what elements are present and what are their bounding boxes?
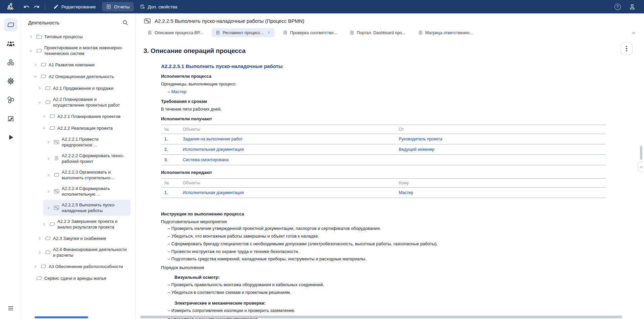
- transfer-label: Исполнители передают: [161, 170, 605, 175]
- transfer-table: №ОбъектыКому1.Исполнительная документаци…: [161, 178, 605, 198]
- table-cell[interactable]: Мастер: [395, 188, 605, 198]
- process-icon: [44, 99, 51, 106]
- tab-0[interactable]: Описание процесса BP...: [144, 28, 207, 37]
- rail-button-helm-icon[interactable]: [4, 74, 17, 88]
- chevron-down-icon[interactable]: [37, 100, 42, 105]
- instruction-dash: – Проверить наличие утвержденной проектн…: [161, 226, 605, 232]
- tree-item[interactable]: А2.2.2.2 Сформировать техно-рабочий прое…: [43, 150, 130, 167]
- topbar-menu: Редактирование Отчеты Доп. свойства: [49, 2, 181, 11]
- menu-item-2[interactable]: Доп. свойства: [136, 2, 181, 11]
- tree-item[interactable]: А2.2.2.4 Сформировать исполнительную ...: [43, 183, 130, 199]
- chevron-right-icon[interactable]: [41, 221, 47, 227]
- tab-label: Регламент процесс...: [223, 30, 264, 35]
- tree-item[interactable]: А3 Обеспечение работоспособности: [30, 261, 130, 272]
- rocket-launch-icon: [7, 115, 15, 123]
- table-row: 1.Исполнительная документацияМастер: [161, 188, 605, 198]
- chevron-right-icon[interactable]: [33, 264, 38, 269]
- rail-button-menu-icon[interactable]: [4, 302, 17, 315]
- chevron-right-icon[interactable]: [37, 250, 42, 255]
- chevron-down-icon[interactable]: [41, 125, 47, 131]
- pencil-icon: [53, 4, 59, 9]
- tree-panel-title: Деятельность: [28, 20, 59, 25]
- rail-button-play-icon[interactable]: [4, 131, 17, 144]
- table-cell[interactable]: Исполнительная документация: [179, 188, 395, 198]
- instruction-dash: – Провести инструктаж по охране труда и …: [161, 249, 605, 255]
- rail-button-rocket-launch-icon[interactable]: [4, 112, 17, 125]
- chevron-down-icon[interactable]: [28, 48, 34, 53]
- chevron-right-icon[interactable]: [46, 189, 51, 194]
- redo-button[interactable]: [32, 2, 42, 12]
- tree-item[interactable]: А2.2 Планирование и осуществление проект…: [34, 94, 130, 110]
- rail-button-org-structure-icon[interactable]: [4, 37, 17, 50]
- chevron-right-icon[interactable]: [28, 34, 34, 39]
- vertical-scrollbar[interactable]: [640, 146, 642, 160]
- document-icon: [283, 30, 287, 35]
- tree-item[interactable]: А2.2.2 Реализация проекта: [39, 122, 130, 134]
- app-logo[interactable]: [0, 2, 21, 11]
- tree-horizontal-scrollbar[interactable]: [35, 316, 88, 318]
- table-cell[interactable]: Система смонтирована: [179, 155, 395, 165]
- rail-button-molecule-icon[interactable]: [4, 56, 17, 69]
- menu-item-1[interactable]: Отчеты: [102, 2, 134, 11]
- chevron-down-icon[interactable]: [33, 74, 38, 79]
- chevron-right-icon[interactable]: [41, 114, 47, 119]
- chevron-right-icon[interactable]: [37, 236, 42, 241]
- tree-item[interactable]: А2.2.2.3 Организовать и выполнить строит…: [43, 167, 130, 183]
- table-cell[interactable]: Исполнительная документация: [179, 144, 395, 155]
- table-cell[interactable]: Руководитель проекта: [395, 134, 605, 144]
- redo-icon: [34, 4, 40, 10]
- tree-item[interactable]: А2.1 Продвижение и продажи: [34, 82, 130, 94]
- help-button[interactable]: ?: [612, 2, 623, 12]
- user-button[interactable]: [627, 2, 637, 12]
- rail-button-process-icon[interactable]: [4, 18, 17, 31]
- search-button[interactable]: [122, 19, 128, 26]
- tab-label: Портал. Dashboard про...: [357, 30, 406, 35]
- tree-item[interactable]: А2.4 Финансирование деятельности и расче…: [34, 244, 130, 260]
- org-structure-icon: [7, 40, 15, 48]
- tabs-overflow-button[interactable]: [631, 30, 636, 35]
- tree-item[interactable]: А2.2.1 Планирование проектов: [39, 111, 130, 122]
- tab-label: Матрица ответственно...: [425, 30, 473, 35]
- tree-item[interactable]: А2.2.3 Завершение проекта и анализ резул…: [39, 216, 130, 232]
- help-icon: ?: [614, 4, 621, 10]
- table-cell[interactable]: Задания на выполнение работ: [179, 134, 395, 144]
- tree-item[interactable]: А2.3 Закупки и снабжение: [34, 233, 130, 244]
- chevron-right-icon[interactable]: [46, 172, 51, 178]
- report-icon: [106, 4, 111, 9]
- menu-icon: [7, 305, 14, 312]
- tree-item[interactable]: Проектирование и монтаж инженерно-технич…: [25, 43, 130, 59]
- document-menu-button[interactable]: [621, 43, 633, 55]
- tree-item[interactable]: А1 Развитие компании: [30, 59, 130, 70]
- tree-item[interactable]: Сервис сдачи и аренды жилья: [25, 272, 130, 284]
- tree-item-label: А2.3 Закупки и снабжение: [53, 236, 106, 241]
- process-icon: [44, 85, 51, 91]
- horizontal-scrollbar[interactable]: [140, 316, 632, 318]
- table-cell[interactable]: Ведущий инженер: [395, 144, 605, 155]
- rail-button-hex-group-icon[interactable]: [4, 93, 17, 107]
- performer-link[interactable]: Мастер: [171, 89, 186, 94]
- column-header: Кому: [395, 179, 605, 188]
- close-icon[interactable]: ✕: [267, 30, 270, 35]
- undo-button[interactable]: [21, 2, 32, 12]
- document-icon: [418, 30, 423, 35]
- tab-4[interactable]: Матрица ответственно...: [414, 28, 477, 37]
- tree-item[interactable]: А2.2.2.5 Выполнить пуско-наладочные рабо…: [43, 200, 130, 216]
- chevron-right-icon[interactable]: [46, 156, 51, 161]
- menu-item-0[interactable]: Редактирование: [49, 2, 100, 11]
- tree-item[interactable]: А2.2.2.1 Провести предпроектное ...: [43, 134, 130, 150]
- chevron-right-icon[interactable]: [46, 205, 51, 210]
- data-table: №ОбъектыОт1.Задания на выполнение работР…: [161, 125, 605, 165]
- tab-2[interactable]: Проверка соответстви...: [279, 28, 341, 37]
- tree-item[interactable]: Типовые процессы: [25, 31, 130, 42]
- tree-item-label: А2.2.2.1 Провести предпроектное ...: [62, 136, 128, 148]
- tab-3[interactable]: Портал. Dashboard про...: [346, 28, 410, 37]
- chevron-right-icon[interactable]: [46, 139, 51, 145]
- tree-item[interactable]: А2 Операционная деятельность: [30, 71, 130, 82]
- tree-item-label: Проектирование и монтаж инженерно-технич…: [44, 45, 128, 56]
- process-icon: [49, 113, 55, 120]
- chevron-right-icon[interactable]: [37, 85, 42, 91]
- helm-icon: [7, 77, 15, 85]
- tab-1[interactable]: Регламент процесс... ✕: [212, 28, 274, 37]
- collapse-panel-button[interactable]: «: [638, 162, 644, 172]
- chevron-right-icon[interactable]: [33, 62, 38, 67]
